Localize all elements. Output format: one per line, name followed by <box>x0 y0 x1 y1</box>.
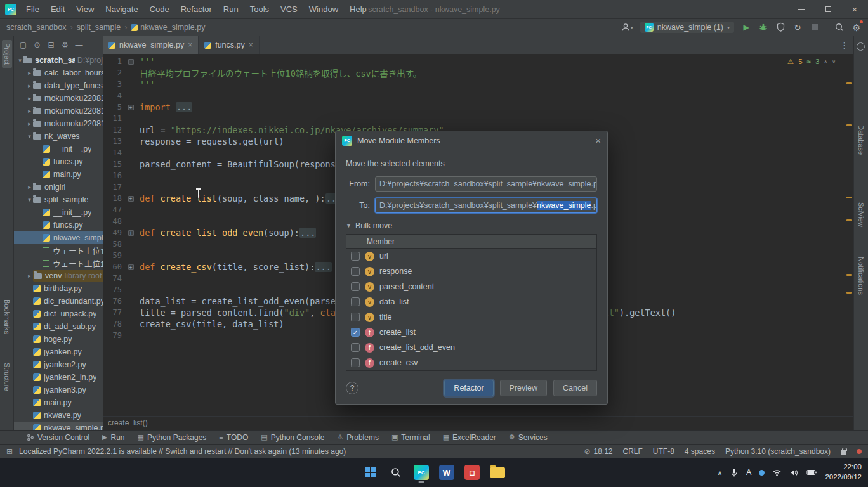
chevron-collapsed-icon[interactable]: ▸ <box>26 95 33 101</box>
bulk-move-toggle[interactable]: ▼ Bulk move <box>346 221 597 230</box>
chevron-collapsed-icon[interactable]: ▸ <box>26 120 33 127</box>
toolwindow-button-todo[interactable]: ≡TODO <box>214 431 253 445</box>
tab-funcs-py[interactable]: funcs.py× <box>199 36 260 54</box>
toolwindow-button-version-control[interactable]: Version Control <box>22 431 95 445</box>
menu-code[interactable]: Code <box>144 0 175 19</box>
member-checkbox[interactable] <box>351 358 360 367</box>
run-configuration-select[interactable]: PC nkwave_simple (1) ▾ <box>640 22 734 33</box>
member-row-create_list_odd_even[interactable]: fcreate_list_odd_even <box>346 340 596 355</box>
ime-indicator[interactable]: A <box>746 468 751 477</box>
select-opened-file-button[interactable]: ▢ <box>19 41 27 49</box>
tree-item--10-2[interactable]: ウェート上位10銘柄2 <box>14 257 103 269</box>
member-checkbox[interactable] <box>351 343 360 352</box>
tree-item-main-py[interactable]: main.py <box>14 168 103 181</box>
locate-button[interactable]: ⊙ <box>33 41 41 49</box>
tree-item-scratch_sandbox[interactable]: ▾scratch_sandboxD:¥proj <box>14 54 103 67</box>
fold-marker-icon[interactable]: + <box>128 264 134 270</box>
tool-window-switcher-icon[interactable]: ⊞ <box>6 447 13 456</box>
chevron-expanded-icon[interactable]: ▾ <box>26 197 33 203</box>
member-checkbox[interactable] <box>351 297 360 306</box>
stripe-tab-notifications[interactable]: Notifications <box>857 257 865 295</box>
tree-item-birthday-py[interactable]: birthday.py <box>14 282 103 295</box>
taskbar-word-button[interactable]: W <box>436 462 457 483</box>
tree-item-dt_add_sub-py[interactable]: dt_add_sub.py <box>14 320 103 333</box>
debug-button[interactable] <box>758 22 768 33</box>
toolwindow-button-python-console[interactable]: ▤Python Console <box>256 431 329 445</box>
tree-item-nk_waves[interactable]: ▾nk_waves <box>14 130 103 143</box>
next-problem-button[interactable]: ∨ <box>832 59 836 65</box>
member-checkbox[interactable] <box>351 282 360 291</box>
from-field[interactable]: D:¥projects¥scratch_sandbox¥split_sample… <box>375 176 597 192</box>
tree-item-mokumoku220814[interactable]: ▸mokumoku220814 <box>14 105 103 117</box>
close-button[interactable]: × <box>841 0 868 19</box>
toolwindow-button-python-packages[interactable]: ▦Python Packages <box>133 431 212 445</box>
tree-item-__init__-py[interactable]: __init__.py <box>14 206 103 219</box>
tree-item-dict_unpack-py[interactable]: dict_unpack.py <box>14 308 103 320</box>
run-button[interactable]: ▶ <box>741 22 751 33</box>
tree-item-jyanken-py[interactable]: jyanken.py <box>14 346 103 358</box>
tree-item--10-2[interactable]: ウェート上位10銘柄2 <box>14 244 103 257</box>
tree-item-nkwave_simple-py[interactable]: nkwave_simple.py <box>14 422 103 430</box>
tree-item-mokumoku220813[interactable]: ▸mokumoku220813 <box>14 92 103 105</box>
status-message[interactable]: Localized PyCharm 2022.2.1 is available … <box>19 447 346 456</box>
dialog-title-bar[interactable]: PC Move Module Members × <box>336 131 607 150</box>
tree-item-hoge-py[interactable]: hoge.py <box>14 333 103 346</box>
status-red-icon[interactable] <box>857 449 862 454</box>
line-ending-widget[interactable]: CRLF <box>623 447 643 456</box>
battery-icon[interactable] <box>806 469 817 476</box>
toolwindow-button-services[interactable]: ⚙Services <box>504 431 553 445</box>
chevron-collapsed-icon[interactable]: ▸ <box>26 108 33 114</box>
member-row-title[interactable]: vtitle <box>346 309 596 325</box>
tree-item-split_sample[interactable]: ▾split_sample <box>14 193 103 206</box>
breadcrumb-item[interactable]: scratch_sandbox <box>6 23 67 32</box>
error-stripe-mark[interactable] <box>846 197 852 198</box>
toolwindow-button-problems[interactable]: ⚠Problems <box>332 431 384 445</box>
cancel-button[interactable]: Cancel <box>553 380 597 396</box>
prev-problem-button[interactable]: ∧ <box>824 59 827 65</box>
panel-settings-button[interactable]: ⚙ <box>61 41 69 49</box>
stripe-tab-sciview[interactable]: SciView <box>857 202 865 227</box>
run-with-coverage-button[interactable] <box>775 22 786 33</box>
member-row-data_list[interactable]: vdata_list <box>346 294 596 309</box>
taskbar-clock[interactable]: 22:00 2022/09/12 <box>825 462 862 482</box>
menu-window[interactable]: Window <box>303 0 344 19</box>
taskbar-pycharm-button[interactable]: PC <box>411 462 432 483</box>
notifications-status[interactable]: ⊘ 18:12 <box>584 447 612 456</box>
tree-item-__init__-py[interactable]: __init__.py <box>14 143 103 155</box>
member-checkbox[interactable] <box>351 267 360 276</box>
settings-button[interactable]: ⚙ <box>852 22 862 33</box>
tree-item-mokumoku220817[interactable]: ▸mokumoku220817 <box>14 117 103 130</box>
volume-icon[interactable] <box>789 469 799 477</box>
menu-tools[interactable]: Tools <box>244 0 275 19</box>
fold-marker-icon[interactable]: + <box>128 105 134 110</box>
help-button[interactable]: ? <box>346 382 358 394</box>
breadcrumb-item[interactable]: split_sample <box>77 23 121 32</box>
taskbar-red-app-button[interactable]: ◻ <box>461 462 483 483</box>
tree-item-jyanken2_in-py[interactable]: jyanken2_in.py <box>14 371 103 384</box>
menu-vcs[interactable]: VCS <box>275 0 303 19</box>
error-stripe-mark[interactable] <box>846 124 852 126</box>
fold-marker-icon[interactable]: + <box>128 230 134 236</box>
chevron-expanded-icon[interactable]: ▾ <box>16 57 23 63</box>
menu-view[interactable]: View <box>70 0 100 19</box>
tree-item-onigiri[interactable]: ▸onigiri <box>14 181 103 193</box>
search-everywhere-button[interactable] <box>834 22 845 33</box>
inspections-widget[interactable]: ⚠ 5 ≈ 3 ∧ ∨ <box>787 57 836 66</box>
tab-nkwave_simple-py[interactable]: nkwave_simple.py× <box>103 36 199 54</box>
minimize-button[interactable] <box>788 0 815 19</box>
tray-blue-icon[interactable] <box>759 470 765 476</box>
tree-item-jyanken3-py[interactable]: jyanken3.py <box>14 384 103 396</box>
rerun-button[interactable]: ↻ <box>792 22 803 33</box>
stripe-tab-project[interactable]: Project <box>2 40 12 68</box>
hidden-icons-chevron[interactable]: ∧ <box>718 469 722 476</box>
stripe-tab-database[interactable]: Database <box>857 125 865 155</box>
collapse-all-button[interactable]: ⊟ <box>47 41 55 49</box>
tab-options-icon[interactable]: ⋮ <box>840 41 848 50</box>
member-row-parsed_content[interactable]: vparsed_content <box>346 279 596 294</box>
chevron-collapsed-icon[interactable]: ▸ <box>26 70 33 76</box>
tree-item-funcs-py[interactable]: funcs.py <box>14 155 103 168</box>
chevron-collapsed-icon[interactable]: ▸ <box>26 273 33 279</box>
tree-item-nkwave-py[interactable]: nkwave.py <box>14 409 103 422</box>
tree-item-venv[interactable]: ▸venvlibrary root <box>14 269 103 282</box>
menu-run[interactable]: Run <box>218 0 244 19</box>
